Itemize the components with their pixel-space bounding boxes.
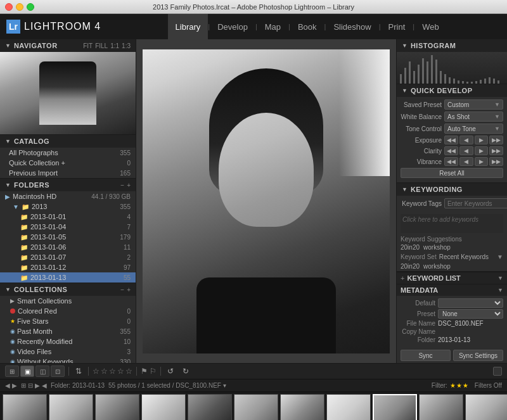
star-2[interactable]: ☆: [101, 367, 108, 376]
white-balance-control[interactable]: As Shot ▼: [444, 111, 503, 122]
zoom-control[interactable]: 1:3: [122, 42, 131, 49]
nav-book[interactable]: Book: [290, 14, 324, 39]
exposure-dec[interactable]: ◀: [459, 136, 473, 144]
keyword-set-arrow[interactable]: ▼: [497, 253, 503, 260]
minimize-button[interactable]: [16, 3, 23, 11]
layout-btn-3[interactable]: ▶: [35, 382, 40, 389]
loupe-view-button[interactable]: ▣: [20, 366, 34, 377]
metadata-preset-select[interactable]: None: [438, 309, 503, 319]
fit-control[interactable]: FIT: [83, 42, 93, 49]
reset-all-button[interactable]: Reset All: [401, 168, 503, 178]
close-button[interactable]: [5, 3, 13, 11]
layout-btn-1[interactable]: ⊞: [21, 382, 26, 389]
quick-develop-header[interactable]: ▼ Quick Develop: [397, 84, 507, 97]
metadata-toggle[interactable]: Metadata ▼: [397, 284, 507, 296]
fill-control[interactable]: FILL: [95, 42, 108, 49]
clarity-inc-inc[interactable]: ▶▶: [489, 146, 503, 155]
folder-2013-01-01[interactable]: 📁 2013-01-01 4: [0, 212, 136, 222]
filter-star-2[interactable]: ★: [456, 382, 462, 389]
collection-past-month[interactable]: ◉ Past Month 355: [0, 326, 136, 336]
flag-reject[interactable]: ⚐: [150, 367, 157, 376]
add-keywords-text[interactable]: Click here to add keywords: [401, 214, 503, 233]
filmstrip-thumb-7[interactable]: [326, 394, 371, 420]
sort-button[interactable]: ⇅: [73, 366, 84, 377]
survey-view-button[interactable]: ⊡: [51, 366, 65, 377]
catalog-previous-import[interactable]: Previous Import 165: [0, 168, 136, 178]
keyword-tags-input[interactable]: [444, 198, 507, 208]
folder-2013-01-12[interactable]: 📁 2013-01-12 97: [0, 262, 136, 272]
collection-colored-red[interactable]: Colored Red 0: [0, 306, 136, 316]
layout-btn-4[interactable]: ◀: [42, 382, 47, 389]
suggestion-workshop[interactable]: workshop: [423, 244, 451, 251]
filmstrip-thumb-5[interactable]: [234, 394, 278, 420]
folder-macintosh-hd[interactable]: ▶ Macintosh HD 44.1 / 930 GB: [0, 191, 136, 201]
sync-settings-button[interactable]: Sync Settings: [453, 350, 503, 361]
filter-star-1[interactable]: ★: [450, 382, 456, 389]
status-nav-forward[interactable]: ▶: [12, 382, 17, 389]
suggestion-20in20[interactable]: 20in20: [401, 244, 420, 251]
metadata-default-select[interactable]: [438, 298, 503, 308]
tone-control-control[interactable]: Auto Tone ▼: [444, 124, 503, 134]
1to1-control[interactable]: 1:1: [110, 42, 119, 49]
exposure-dec-dec[interactable]: ◀◀: [444, 136, 458, 144]
main-photo-view[interactable]: [143, 49, 390, 353]
filter-star-3[interactable]: ★: [463, 382, 468, 389]
filmstrip-thumb-3[interactable]: [141, 394, 186, 420]
collection-recently-modified[interactable]: ◉ Recently Modified 10: [0, 336, 136, 347]
folder-2013-01-07[interactable]: 📁 2013-01-07 2: [0, 252, 136, 262]
nav-map[interactable]: Map: [257, 14, 288, 39]
filmstrip-thumb-8-selected[interactable]: ✓: [373, 394, 417, 420]
rotate-ccw-button[interactable]: ↺: [165, 366, 176, 377]
vibrance-inc[interactable]: ▶: [475, 157, 489, 166]
filmstrip-thumb-6[interactable]: [280, 394, 324, 420]
kw-tag-20in20[interactable]: 20in20: [401, 263, 420, 270]
nav-web[interactable]: Web: [414, 14, 447, 39]
navigator-header[interactable]: ▼ Navigator FIT FILL 1:1 1:3: [0, 39, 136, 52]
filmstrip-thumb-4[interactable]: [188, 394, 232, 420]
collections-plus[interactable]: +: [127, 286, 131, 293]
layout-btn-2[interactable]: ⊟: [28, 382, 33, 389]
folder-2013-01-13[interactable]: 📁 2013-01-13 55: [0, 272, 136, 283]
exposure-inc-inc[interactable]: ▶▶: [489, 136, 503, 144]
folder-2013-01-04[interactable]: 📁 2013-01-04 7: [0, 222, 136, 232]
rotate-cw-button[interactable]: ↻: [180, 366, 191, 377]
clarity-inc[interactable]: ▶: [475, 146, 489, 155]
folders-header[interactable]: ▼ Folders − +: [0, 179, 136, 191]
status-nav-back[interactable]: ◀: [5, 382, 10, 389]
filmstrip-thumb-1[interactable]: [49, 394, 93, 420]
clarity-dec[interactable]: ◀: [459, 146, 473, 155]
expand-button[interactable]: [493, 367, 502, 376]
vibrance-dec-dec[interactable]: ◀◀: [444, 157, 458, 166]
histogram-header[interactable]: ▼ Histogram: [397, 39, 507, 52]
folder-2013-01-06[interactable]: 📁 2013-01-06 11: [0, 242, 136, 252]
saved-preset-control[interactable]: Custom ▼: [444, 99, 503, 110]
collection-five-stars[interactable]: ★ Five Stars 0: [0, 316, 136, 326]
keywording-header[interactable]: ▼ Keywording: [397, 183, 507, 196]
keyword-list-toggle[interactable]: + Keyword List ▼: [397, 272, 507, 284]
maximize-button[interactable]: [27, 3, 34, 11]
nav-slideshow[interactable]: Slideshow: [326, 14, 378, 39]
kw-tag-workshop[interactable]: workshop: [423, 263, 451, 270]
catalog-quick-collection[interactable]: Quick Collection + 0: [0, 158, 136, 168]
sync-button[interactable]: Sync: [401, 350, 451, 361]
folder-2013[interactable]: ▼ 📁 2013 355: [0, 201, 136, 212]
clarity-dec-dec[interactable]: ◀◀: [444, 146, 458, 155]
collections-minus[interactable]: −: [120, 286, 124, 293]
collection-without-keywords[interactable]: ◉ Without Keywords 330: [0, 357, 136, 363]
star-3[interactable]: ☆: [109, 367, 116, 376]
catalog-all-photos[interactable]: All Photographs 355: [0, 148, 136, 158]
grid-view-button[interactable]: ⊞: [5, 366, 19, 377]
nav-library[interactable]: Library: [168, 14, 209, 39]
nav-develop[interactable]: Develop: [210, 14, 255, 39]
vibrance-dec[interactable]: ◀: [459, 157, 473, 166]
collection-smart[interactable]: ▶ Smart Collections: [0, 296, 136, 306]
vibrance-inc-inc[interactable]: ▶▶: [489, 157, 503, 166]
star-4[interactable]: ☆: [117, 367, 124, 376]
collection-video-files[interactable]: ◉ Video Files 3: [0, 347, 136, 357]
star-5[interactable]: ☆: [125, 367, 132, 376]
catalog-header[interactable]: ▼ Catalog: [0, 135, 136, 148]
collections-header[interactable]: ▼ Collections − +: [0, 283, 136, 296]
folder-2013-01-05[interactable]: 📁 2013-01-05 179: [0, 232, 136, 242]
filmstrip-thumb-2[interactable]: ★: [95, 394, 139, 420]
exposure-inc[interactable]: ▶: [475, 136, 489, 144]
